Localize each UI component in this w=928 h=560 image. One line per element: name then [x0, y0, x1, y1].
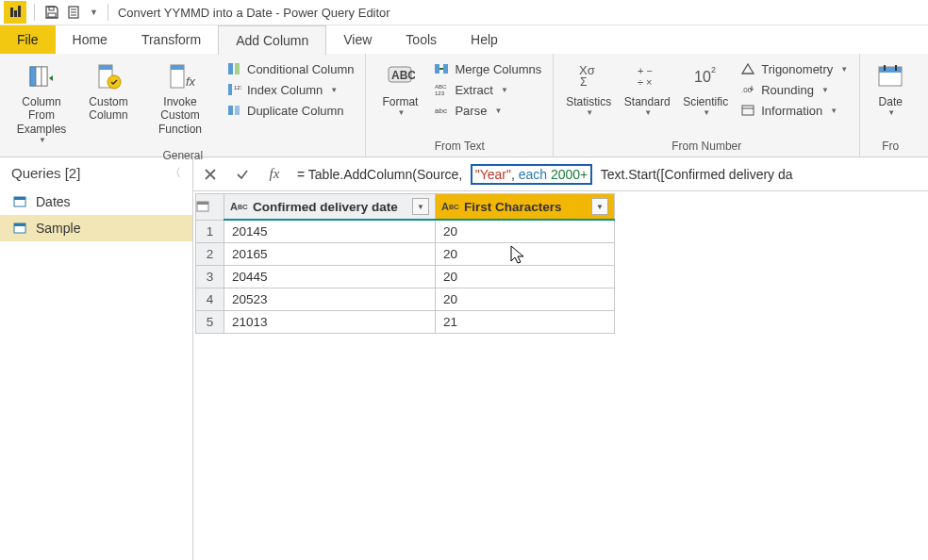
scientific-button[interactable]: 102 Scientific ▼	[678, 58, 733, 122]
parse-button[interactable]: abc Parse ▼	[430, 101, 545, 120]
ribbon-group-from-number-label: From Number	[561, 140, 852, 155]
table-row[interactable]: 4 20523 20	[196, 288, 615, 311]
svg-rect-24	[235, 106, 240, 115]
formula-hl-kw: each	[519, 167, 547, 182]
cell[interactable]: 20523	[224, 288, 436, 311]
row-number[interactable]: 5	[196, 311, 224, 334]
svg-rect-42	[879, 67, 902, 73]
svg-text:10: 10	[694, 69, 711, 85]
cell[interactable]: 20145	[224, 220, 436, 243]
row-number[interactable]: 2	[196, 243, 224, 266]
svg-rect-11	[36, 67, 41, 86]
index-column-button[interactable]: 123 Index Column ▼	[223, 80, 357, 99]
row-number[interactable]: 4	[196, 288, 224, 311]
svg-text:fx: fx	[186, 74, 195, 89]
formula-input[interactable]: = Table.AddColumn(Source, "Year", each 2…	[297, 164, 920, 185]
standard-icon: + −÷ ×	[632, 61, 662, 91]
conditional-column-icon	[226, 61, 241, 76]
information-button[interactable]: Information ▼	[737, 101, 852, 120]
column-from-examples-icon	[26, 61, 57, 91]
conditional-column-label: Conditional Column	[247, 62, 354, 76]
table-icon	[13, 195, 26, 208]
undo-icon[interactable]	[67, 5, 82, 20]
ribbon-group-from-text-label: From Text	[373, 140, 545, 155]
tab-transform[interactable]: Transform	[124, 25, 218, 54]
format-button[interactable]: ABC Format ▼	[373, 58, 426, 122]
cell[interactable]: 20	[436, 266, 615, 288]
ribbon-group-general-label: General	[8, 149, 357, 164]
qat-dropdown-icon[interactable]: ▼	[90, 8, 98, 17]
tab-file[interactable]: File	[0, 25, 56, 54]
date-label: Date	[879, 95, 903, 108]
merge-columns-label: Merge Columns	[455, 62, 541, 76]
conditional-column-button[interactable]: Conditional Column	[223, 59, 357, 78]
cell[interactable]: 20	[436, 288, 615, 311]
formula-suffix: Text.Start([Confirmed delivery da	[601, 167, 793, 182]
merge-columns-icon	[434, 61, 449, 76]
tab-add-column[interactable]: Add Column	[218, 25, 326, 55]
trigonometry-button[interactable]: Trigonometry ▼	[737, 59, 852, 78]
scientific-icon: 102	[690, 61, 721, 91]
rounding-button[interactable]: .00 Rounding ▼	[737, 80, 852, 99]
column-header-confirmed-delivery-date[interactable]: ABC Confirmed delivery date ▼	[224, 194, 436, 221]
column-filter-button[interactable]: ▼	[591, 198, 608, 215]
index-column-icon: 123	[226, 82, 241, 97]
svg-text:+ −: + −	[638, 65, 653, 76]
tab-home[interactable]: Home	[56, 25, 124, 54]
query-item-dates[interactable]: Dates	[0, 189, 192, 215]
fx-icon[interactable]: fx	[265, 165, 284, 184]
svg-rect-17	[171, 65, 184, 70]
format-icon: ABC	[385, 61, 415, 91]
standard-button[interactable]: + −÷ × Standard ▼	[620, 58, 674, 122]
column-from-examples-button[interactable]: Column From Examples ▼	[8, 58, 75, 149]
information-icon	[740, 103, 755, 118]
tab-tools[interactable]: Tools	[389, 25, 454, 54]
table-corner-button[interactable]	[196, 194, 224, 221]
accept-formula-button[interactable]	[233, 165, 252, 184]
duplicate-column-button[interactable]: Duplicate Column	[223, 101, 357, 120]
table-row[interactable]: 3 20445 20	[196, 266, 615, 288]
query-item-sample[interactable]: Sample	[0, 215, 192, 241]
cell[interactable]: 20445	[224, 266, 436, 288]
table-row[interactable]: 5 21013 21	[196, 311, 615, 334]
cancel-formula-button[interactable]	[201, 165, 220, 184]
trigonometry-label: Trigonometry	[761, 62, 833, 76]
tab-view[interactable]: View	[326, 25, 389, 54]
custom-column-icon	[93, 61, 124, 91]
svg-rect-50	[197, 202, 208, 205]
extract-button[interactable]: ABC123 Extract ▼	[430, 80, 545, 99]
svg-rect-27	[435, 64, 439, 74]
row-number[interactable]: 1	[196, 220, 224, 243]
svg-rect-1	[14, 10, 17, 17]
row-number[interactable]: 3	[196, 266, 224, 288]
cell[interactable]: 21	[436, 311, 615, 334]
queries-header-label: Queries [2]	[11, 165, 80, 181]
svg-text:ABC: ABC	[391, 69, 415, 82]
column-header-1-label: Confirmed delivery date	[253, 200, 398, 214]
column-header-first-characters[interactable]: ABC First Characters ▼	[436, 194, 615, 221]
merge-columns-button[interactable]: Merge Columns	[430, 59, 545, 78]
data-grid: ABC Confirmed delivery date ▼ ABC First …	[195, 193, 615, 334]
column-filter-button[interactable]: ▼	[412, 198, 429, 215]
cell[interactable]: 20	[436, 243, 615, 266]
svg-rect-0	[10, 8, 13, 17]
cell[interactable]: 20165	[224, 243, 436, 266]
cell[interactable]: 20	[436, 220, 615, 243]
collapse-queries-icon[interactable]: 〈	[170, 165, 181, 181]
table-row[interactable]: 2 20165 20	[196, 243, 615, 266]
cell[interactable]: 21013	[224, 311, 436, 334]
app-icon	[4, 1, 26, 24]
custom-column-button[interactable]: Custom Column	[79, 58, 138, 126]
statistics-button[interactable]: ΧσΣ Statistics ▼	[561, 58, 616, 122]
table-icon	[13, 222, 26, 235]
invoke-custom-function-button[interactable]: fx Invoke Custom Function	[141, 58, 219, 140]
ribbon-tabs: File Home Transform Add Column View Tool…	[0, 25, 928, 54]
table-row[interactable]: 1 20145 20	[196, 220, 615, 243]
svg-text:2: 2	[711, 65, 716, 74]
date-button[interactable]: Date ▼	[868, 58, 913, 122]
ribbon-group-date: Date ▼ Fro	[860, 54, 920, 156]
tab-help[interactable]: Help	[454, 25, 515, 54]
text-type-icon[interactable]: ABC	[441, 201, 458, 212]
save-icon[interactable]	[44, 5, 59, 20]
text-type-icon[interactable]: ABC	[230, 201, 247, 212]
